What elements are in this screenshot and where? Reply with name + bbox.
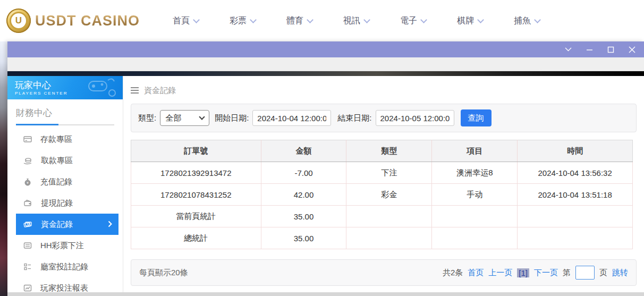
sidebar-item-funds-record[interactable]: 資金記錄 <box>16 214 118 235</box>
cell-time <box>518 227 633 249</box>
type-select[interactable]: 全部 <box>160 110 209 126</box>
next-page-link[interactable]: 下一页 <box>534 268 558 278</box>
current-page-badge: [1] <box>517 268 529 277</box>
main-panel: 資金記錄 類型: 全部 開始日期: 結束日期: 查詢 <box>123 76 644 293</box>
chevron-down-icon <box>193 16 200 23</box>
menu-toggle-icon[interactable] <box>131 87 139 94</box>
type-label: 類型: <box>138 113 156 123</box>
sidebar-item-label: 提現記錄 <box>41 198 73 208</box>
sidebar-item-label: 存款專區 <box>40 134 72 145</box>
sidebar-item-label: HH彩票下注 <box>40 241 84 251</box>
table-row: 1728021392913472 -7.00 下注 澳洲幸运8 2024-10-… <box>131 162 633 184</box>
cell-item <box>432 206 518 227</box>
coin-letter: U <box>10 12 28 30</box>
sidebar-item-label: 充值記錄 <box>40 177 72 187</box>
screen: U USDT CASINO 首頁 彩票 體育 視訊 電子 <box>0 0 644 296</box>
coin-logo-icon: U <box>6 9 31 33</box>
jump-suffix-label: 页 <box>599 268 607 278</box>
cell-item: 手动 <box>432 184 518 206</box>
window-close-button[interactable] <box>628 46 635 53</box>
table-row: 1728021078431252 42.00 彩金 手动 2024-10-04 … <box>131 184 633 206</box>
cell-type: 下注 <box>346 162 432 184</box>
cell-order: 1728021078431252 <box>131 184 261 206</box>
sidebar-item-deposit[interactable]: 存款專區 <box>16 129 118 150</box>
window-maximize-button[interactable] <box>607 46 614 53</box>
col-header-order: 訂單號 <box>131 140 261 162</box>
window-titlebar[interactable] <box>7 41 644 57</box>
recharge-bag-icon: ¥ <box>23 177 32 186</box>
cell-time <box>518 206 633 227</box>
nav-item-fishing[interactable]: 捕魚 <box>514 15 540 27</box>
type-select-value: 全部 <box>165 113 181 123</box>
sidebar-item-room-bet-record[interactable]: 廳室投註記錄 <box>16 256 118 277</box>
pagination-controls: 共2条 首页 上一页 [1] 下一页 第 页 跳转 <box>443 266 628 280</box>
banner-strip <box>7 71 644 76</box>
end-date-input[interactable] <box>376 110 454 126</box>
cell-order: 總統計 <box>131 227 261 249</box>
sidebar-item-hh-lottery-bets[interactable]: HH彩票下注 <box>16 235 118 256</box>
cell-item: 澳洲幸运8 <box>432 162 518 184</box>
prev-page-link[interactable]: 上一页 <box>488 268 512 278</box>
close-icon <box>629 46 635 53</box>
end-date-label: 結束日期: <box>337 113 371 123</box>
nav-item-lottery[interactable]: 彩票 <box>230 15 256 27</box>
page-title: 資金記錄 <box>144 86 176 96</box>
jump-button[interactable]: 跳转 <box>612 268 628 278</box>
nav-label: 體育 <box>286 15 303 27</box>
background-page-strip <box>0 41 7 296</box>
total-count-text: 共2条 <box>443 268 463 278</box>
nav-item-boardgames[interactable]: 棋牌 <box>457 15 483 27</box>
svg-text:¥: ¥ <box>27 181 29 184</box>
lottery-bet-icon <box>23 241 32 250</box>
window-collapse-button[interactable] <box>564 46 572 53</box>
start-date-input[interactable] <box>252 110 331 126</box>
start-date-label: 開始日期: <box>215 113 249 123</box>
chevron-down-icon <box>565 47 572 52</box>
chevron-down-icon <box>477 16 484 23</box>
first-page-link[interactable]: 首页 <box>468 268 484 278</box>
window-minimize-button[interactable] <box>586 46 593 53</box>
sidebar-item-label: 玩家投注報表 <box>40 283 88 293</box>
sidebar-item-withdraw[interactable]: 取款專區 <box>16 150 118 171</box>
window-content: 玩家中心 PLAYERS CENTER 財務中心 存款專區 <box>7 76 644 293</box>
page-number-input[interactable] <box>575 266 595 280</box>
sidebar-item-recharge-record[interactable]: ¥ 充值記錄 <box>16 171 118 192</box>
cell-amount: 35.00 <box>261 206 346 227</box>
cell-amount: -7.00 <box>261 162 346 184</box>
deposit-card-icon <box>23 135 32 143</box>
window-bottom-edge <box>7 292 644 296</box>
nav-item-sports[interactable]: 體育 <box>286 15 312 27</box>
table-row-grand-total: 總統計 35.00 <box>131 227 633 249</box>
room-bet-icon <box>23 263 32 271</box>
pagination-bar: 每頁顯示20條 共2条 首页 上一页 [1] 下一页 第 页 跳转 <box>131 259 637 286</box>
window-subheader <box>7 57 644 71</box>
cell-amount: 35.00 <box>261 227 346 249</box>
cell-type: 彩金 <box>346 184 432 206</box>
funds-record-table: 訂單號 金額 類型 項目 時間 1728021392913472 -7.00 下… <box>131 140 633 249</box>
sidebar-item-player-bet-report[interactable]: 玩家投注報表 <box>16 277 118 293</box>
nav-item-video[interactable]: 視訊 <box>343 15 369 27</box>
chevron-down-icon <box>363 16 370 23</box>
main-nav: 首頁 彩票 體育 視訊 電子 棋牌 <box>173 15 540 27</box>
chevron-right-icon <box>108 221 112 227</box>
table-row-page-total: 當前頁統計 35.00 <box>131 206 633 227</box>
sidebar-menu: 存款專區 取款專區 ¥ 充值記錄 提現記錄 <box>16 129 118 293</box>
chevron-down-icon <box>534 16 541 23</box>
cell-type <box>346 227 432 249</box>
funds-record-icon <box>23 220 32 229</box>
sidebar-item-withdrawal-record[interactable]: 提現記錄 <box>16 192 118 214</box>
nav-label: 彩票 <box>230 15 247 27</box>
chevron-down-icon <box>199 114 205 120</box>
search-button[interactable]: 查詢 <box>461 109 492 126</box>
col-header-amount: 金額 <box>261 140 346 162</box>
cell-order: 1728021392913472 <box>131 162 261 184</box>
nav-item-home[interactable]: 首頁 <box>173 15 199 27</box>
nav-label: 捕魚 <box>514 15 531 27</box>
cell-time: 2024-10-04 13:56:32 <box>518 162 633 184</box>
table-header-row: 訂單號 金額 類型 項目 時間 <box>131 140 633 162</box>
nav-item-slots[interactable]: 電子 <box>400 15 426 27</box>
cell-amount: 42.00 <box>261 184 346 206</box>
col-header-type: 類型 <box>346 140 432 162</box>
site-logo[interactable]: U USDT CASINO <box>6 9 140 33</box>
cell-type <box>346 206 432 227</box>
